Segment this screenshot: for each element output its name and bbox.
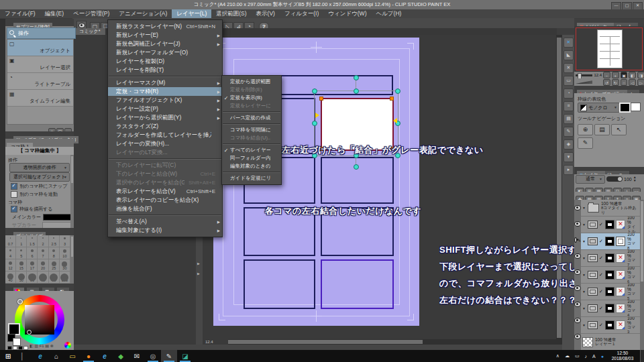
visibility-eye-icon[interactable] (574, 286, 581, 291)
menu-item[interactable]: フォルダーを作成してレイヤーを挿入(F) (108, 131, 222, 139)
menu-item[interactable]: コマ枠を等間隔に分割(T)... (222, 126, 281, 134)
scrollbar-thumb[interactable] (641, 201, 643, 282)
material-dock-icon[interactable]: ◣ (564, 50, 574, 60)
menubar-item[interactable]: アニメーション(A) (114, 9, 172, 18)
menu-item[interactable]: レイヤーマスク(M)▶ (108, 78, 222, 87)
taskbar-start-button[interactable]: ⊞ (0, 350, 16, 362)
visibility-eye-icon[interactable] (574, 221, 581, 227)
flip-view-icon[interactable]: ◨ (637, 72, 644, 78)
material-dock-icon[interactable]: ◔ (564, 88, 574, 99)
scrollbar-thumb[interactable] (228, 340, 423, 344)
menu-item[interactable]: レイヤー設定(P)▶ (108, 105, 222, 113)
brush-size-cell[interactable]: 100 (60, 272, 70, 284)
brush-scrollbar[interactable] (70, 235, 74, 284)
taskbar-firefox-button[interactable]: ● (80, 350, 97, 362)
visibility-cell[interactable] (574, 216, 581, 232)
menubar-item[interactable]: ファイル(F) (0, 9, 40, 18)
visibility-cell[interactable] (574, 312, 581, 328)
menu-item[interactable]: 下のレイヤーと結合(W)Ctrl+E (108, 170, 222, 178)
expand-triangle-icon[interactable]: ▼ (582, 323, 586, 327)
visibility-eye-icon[interactable] (574, 302, 581, 307)
menubar-item[interactable]: 編集(E) (40, 9, 68, 18)
subtool-item[interactable]: ▣レイヤー選択 (7, 56, 73, 73)
selection-handle[interactable] (395, 88, 400, 94)
comic-frame[interactable] (244, 259, 315, 309)
material-dock-icon[interactable]: ✎ (564, 127, 574, 137)
rainbow-picker-icon[interactable] (64, 342, 71, 349)
menu-item[interactable]: レイヤーから選択範囲(Y)▶ (108, 113, 222, 122)
material-dock-icon[interactable]: ▾ (564, 152, 574, 162)
menu-item[interactable]: 編集対象のときのみ表示(O) (222, 162, 281, 170)
material-dock-icon[interactable]: ▤ (564, 114, 574, 124)
brush-size-cell[interactable]: 0.7 (5, 235, 16, 247)
layer-row[interactable]: ▼✓✕100 %タイトル (581, 217, 640, 233)
brush-size-cell[interactable]: 60 (27, 272, 38, 284)
taskbar-mail-button[interactable]: ✉ (129, 350, 145, 362)
expand-triangle-icon[interactable]: ▼ (582, 306, 586, 310)
layer-row[interactable]: ▼✓✕100 %コマ 5 (581, 284, 640, 300)
subtool-item[interactable]: ◔ライトテーブル (7, 73, 73, 90)
taskbar-clip-studio-paint-button[interactable]: ✎ (161, 350, 177, 362)
brush-size-cell[interactable]: 8 (49, 247, 60, 259)
draw-border-checkbox[interactable]: 枠線を描画する (11, 206, 53, 213)
expand-triangle-icon[interactable]: ▼ (582, 223, 586, 227)
selection-handle[interactable] (312, 88, 317, 94)
taskbar-weather-button[interactable]: ◆ (113, 350, 129, 362)
opacity-stepper[interactable]: ▲▼ (633, 176, 637, 182)
selection-handle[interactable] (354, 88, 359, 94)
layer-row[interactable]: ▼100 %通常8コマタイトル枠あり (581, 200, 640, 217)
brush-size-cell[interactable]: 50 (16, 272, 27, 284)
frame-edge-handle[interactable] (315, 113, 319, 118)
brush-size-cell[interactable]: 1.5 (27, 235, 38, 247)
blend-mode-dropdown[interactable]: 通常 (576, 175, 605, 184)
fit-screen-icon[interactable]: ▣ (621, 72, 628, 78)
selectable-object-dropdown[interactable]: 選択可能なオブジェクト (9, 172, 70, 182)
reset-view-icon[interactable]: ◁ (629, 79, 636, 86)
menu-item[interactable]: ✓すべてのレイヤーで表示(A) (222, 146, 281, 154)
taskbar-edge-button[interactable]: e (32, 350, 48, 362)
actual-size-icon[interactable]: ◧ (629, 72, 636, 78)
snap-other-frame-checkbox[interactable]: 別のコマ枠にスナップ (11, 183, 67, 190)
visibility-eye-icon[interactable] (574, 237, 577, 243)
brush-size-cell[interactable]: 6 (27, 247, 38, 259)
visibility-eye-icon[interactable] (574, 269, 581, 275)
zoom-out-icon[interactable]: − (603, 72, 610, 78)
document-tab[interactable]: コミック* (74, 28, 105, 35)
layer-row[interactable]: ▼✓✕100 %コマ 3 (581, 317, 640, 334)
menu-item[interactable]: 定規から選択範囲(C) (222, 78, 281, 86)
select-tool-button[interactable]: ↖ (611, 124, 627, 135)
brush-size-cell[interactable]: 3 (60, 235, 70, 247)
frame-edge-handle[interactable] (393, 118, 397, 123)
brush-size-cell[interactable]: 80 (49, 272, 60, 284)
expand-palette-arrow[interactable]: ▶ (197, 272, 200, 276)
tray-cloud-icon[interactable]: ☁ (565, 353, 570, 359)
material-dock-icon[interactable]: ≡ (564, 101, 574, 111)
visibility-eye-icon[interactable] (574, 334, 581, 339)
menu-item[interactable]: 同一フォルダー内で表示(F) (222, 154, 281, 162)
tray-display-icon[interactable]: ▭ (575, 353, 580, 359)
visibility-cell[interactable] (574, 328, 581, 345)
menu-item[interactable]: コマ枠を結合(U)... (222, 134, 281, 142)
tray-notification-icon[interactable]: ● (601, 354, 604, 359)
taskbar-paint-tool-button[interactable]: ◪ (177, 350, 193, 362)
taskbar-internet-explorer-button[interactable]: e (97, 350, 113, 362)
expand-triangle-icon[interactable]: ▼ (582, 256, 586, 260)
draw-black-swatch[interactable] (619, 103, 631, 113)
edit-tool-button[interactable]: ✎ (578, 137, 593, 149)
menubar-item[interactable]: ウィンドウ(W) (323, 9, 371, 18)
material-dock-icon[interactable]: ▭ (564, 76, 574, 86)
visibility-cell[interactable] (574, 264, 581, 280)
color-value-icons[interactable]: ◧ ▥ F1 ▤ ⊗ (30, 343, 54, 348)
menu-item[interactable]: 定規・コマ枠(R)▶ (108, 87, 222, 96)
brush-size-cell[interactable]: 10 (60, 247, 70, 259)
pan-scrollbar[interactable] (70, 155, 74, 228)
expand-triangle-icon[interactable]: ▼ (582, 206, 586, 210)
draw-white-swatch[interactable] (631, 103, 641, 111)
material-dock-icon[interactable]: ▸ (564, 165, 574, 175)
layer-row[interactable]: 100 %通常レイヤー 1 (581, 334, 640, 350)
canvas-horizontal-scrollbar[interactable] (228, 339, 557, 345)
main-color-row[interactable]: メインカラー (12, 214, 74, 221)
transparent-area-dropdown[interactable]: 透明箇所の操作 (9, 163, 70, 172)
visibility-eye-icon[interactable] (574, 205, 581, 210)
menu-item[interactable]: 新規色調補正レイヤー(J)▶ (108, 40, 222, 48)
